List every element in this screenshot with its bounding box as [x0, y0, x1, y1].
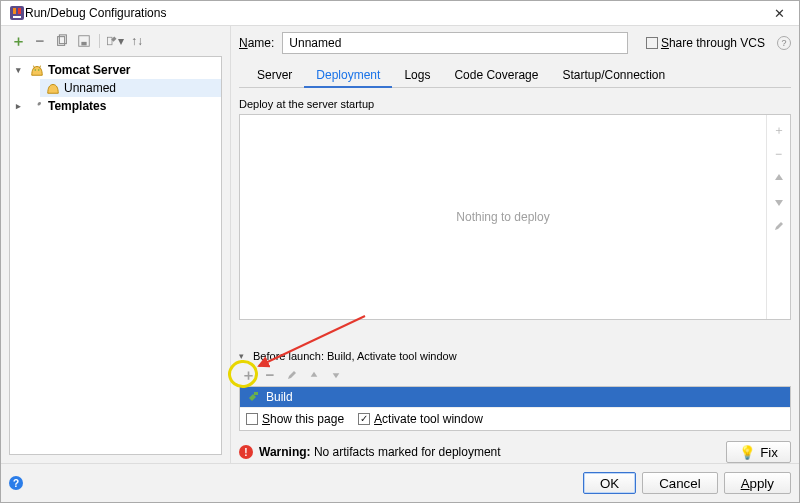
- chevron-down-icon: ▾: [239, 351, 249, 361]
- chevron-right-icon: ▸: [16, 101, 26, 111]
- apply-button[interactable]: Apply: [724, 472, 791, 494]
- before-launch-item-build[interactable]: Build: [240, 387, 790, 407]
- config-editor: Name: Share through VCS ? Server Deploym…: [231, 26, 799, 463]
- before-launch-title: Before launch: Build, Activate tool wind…: [253, 350, 457, 362]
- tree-node-unnamed[interactable]: Unnamed: [40, 79, 221, 97]
- help-icon[interactable]: ?: [777, 36, 791, 50]
- show-page-checkbox[interactable]: Show this page: [246, 412, 344, 426]
- svg-rect-3: [13, 16, 21, 18]
- toolbar-separator: [99, 34, 100, 48]
- dialog-footer: ? OK Cancel Apply: [1, 463, 799, 502]
- before-launch-toolbar: ＋ −: [231, 366, 799, 386]
- svg-rect-1: [13, 8, 16, 14]
- before-launch-edit-button[interactable]: [283, 366, 301, 384]
- deploy-area: Nothing to deploy ＋ −: [239, 114, 791, 320]
- copy-config-button[interactable]: [53, 32, 71, 50]
- name-row: Name: Share through VCS ?: [239, 32, 791, 54]
- checkbox-checked-icon: [358, 413, 370, 425]
- svg-rect-2: [18, 8, 21, 14]
- move-up-button[interactable]: ↑↓: [128, 32, 146, 50]
- before-launch-remove-button[interactable]: −: [261, 366, 279, 384]
- deploy-edit-button[interactable]: [770, 217, 788, 235]
- name-input[interactable]: [282, 32, 628, 54]
- ok-button[interactable]: OK: [583, 472, 636, 494]
- tree-node-label: Unnamed: [64, 81, 116, 95]
- tab-code-coverage[interactable]: Code Coverage: [442, 64, 550, 87]
- before-launch-header[interactable]: ▾ Before launch: Build, Activate tool wi…: [239, 350, 791, 362]
- deploy-add-button[interactable]: ＋: [770, 121, 788, 139]
- tab-logs[interactable]: Logs: [392, 64, 442, 87]
- before-launch-up-button[interactable]: [305, 366, 323, 384]
- remove-config-button[interactable]: −: [31, 32, 49, 50]
- fix-button-label: Fix: [760, 445, 778, 460]
- before-launch-list: Build Show this page Activate tool windo…: [239, 386, 791, 431]
- before-launch-down-button[interactable]: [327, 366, 345, 384]
- context-help-button[interactable]: ?: [9, 476, 23, 490]
- configurations-panel: ＋ − ▾ ↑↓ ▾ Tomcat Server Unnamed: [1, 26, 231, 463]
- svg-point-10: [38, 69, 39, 70]
- titlebar: Run/Debug Configurations ✕: [1, 1, 799, 26]
- tree-node-templates[interactable]: ▸ Templates: [10, 97, 221, 115]
- activate-tool-window-checkbox[interactable]: Activate tool window: [358, 412, 483, 426]
- deploy-remove-button[interactable]: −: [770, 145, 788, 163]
- checkbox-icon: [246, 413, 258, 425]
- before-launch-add-button[interactable]: ＋: [239, 366, 257, 384]
- tree-node-tomcat[interactable]: ▾ Tomcat Server: [10, 61, 221, 79]
- tab-bar: Server Deployment Logs Code Coverage Sta…: [239, 64, 791, 88]
- cancel-button[interactable]: Cancel: [642, 472, 718, 494]
- deploy-toolbar: ＋ −: [766, 115, 790, 319]
- svg-rect-8: [108, 37, 113, 45]
- tree-node-label: Tomcat Server: [48, 63, 130, 77]
- tomcat-icon: [30, 63, 44, 77]
- deploy-down-button[interactable]: [770, 193, 788, 211]
- svg-rect-7: [81, 42, 86, 46]
- close-button[interactable]: ✕: [767, 6, 791, 21]
- add-config-button[interactable]: ＋: [9, 32, 27, 50]
- hammer-icon: [246, 390, 260, 404]
- svg-point-9: [35, 69, 36, 70]
- tab-server[interactable]: Server: [245, 64, 304, 87]
- tab-deployment[interactable]: Deployment: [304, 64, 392, 88]
- app-icon: [9, 5, 25, 21]
- config-tree[interactable]: ▾ Tomcat Server Unnamed ▸ Templates: [9, 56, 222, 455]
- svg-rect-11: [254, 392, 258, 395]
- fix-button[interactable]: 💡 Fix: [726, 441, 791, 463]
- warning-text: Warning: No artifacts marked for deploym…: [259, 445, 501, 459]
- deploy-empty-text: Nothing to deploy: [240, 115, 766, 319]
- deploy-up-button[interactable]: [770, 169, 788, 187]
- checkbox-icon: [646, 37, 658, 49]
- warning-icon: !: [239, 445, 253, 459]
- name-label: Name:: [239, 36, 274, 50]
- tab-startup-connection[interactable]: Startup/Connection: [550, 64, 677, 87]
- save-config-button[interactable]: [75, 32, 93, 50]
- before-launch-item-label: Build: [266, 390, 293, 404]
- before-launch-options: Show this page Activate tool window: [240, 407, 790, 430]
- tree-node-label: Templates: [48, 99, 106, 113]
- deploy-section-label: Deploy at the server startup: [239, 98, 791, 110]
- tomcat-local-icon: [46, 81, 60, 95]
- wrench-icon: [30, 99, 44, 113]
- dialog-title: Run/Debug Configurations: [25, 6, 767, 20]
- warning-bar: ! Warning: No artifacts marked for deplo…: [239, 441, 791, 463]
- edit-defaults-button[interactable]: ▾: [106, 32, 124, 50]
- left-toolbar: ＋ − ▾ ↑↓: [1, 26, 230, 56]
- chevron-down-icon: ▾: [16, 65, 26, 75]
- lightbulb-icon: 💡: [739, 445, 756, 460]
- share-checkbox[interactable]: Share through VCS: [646, 36, 765, 50]
- share-label: Share through VCS: [661, 36, 765, 50]
